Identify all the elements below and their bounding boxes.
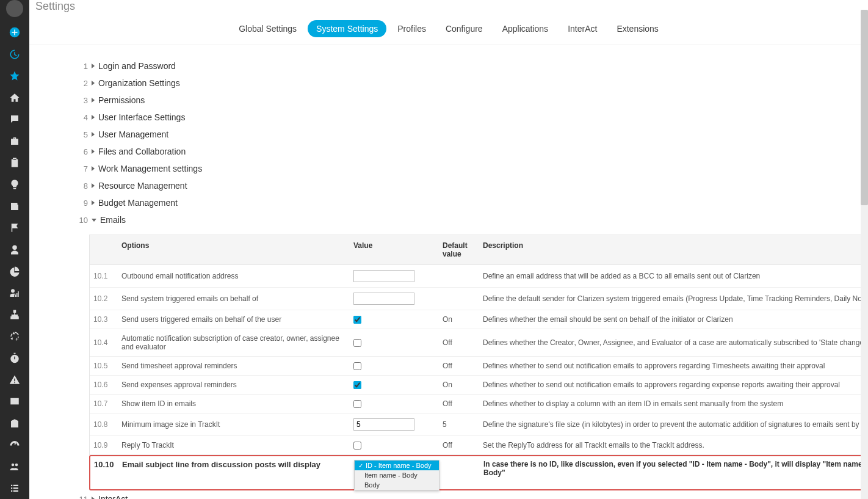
row-description: Defines whether to send out notification… bbox=[479, 376, 868, 394]
row-num: 10.8 bbox=[90, 413, 118, 435]
people-icon[interactable] bbox=[0, 456, 29, 478]
scrollbar[interactable] bbox=[861, 10, 868, 499]
avatar-icon[interactable] bbox=[6, 0, 23, 17]
dropdown-option[interactable]: Item name - Body bbox=[355, 470, 439, 480]
user-icon[interactable] bbox=[0, 239, 29, 261]
flag-icon[interactable] bbox=[0, 217, 29, 239]
news-icon[interactable] bbox=[0, 195, 29, 217]
tab-applications[interactable]: Applications bbox=[494, 20, 557, 37]
section-10[interactable]: 10Emails bbox=[72, 211, 862, 228]
section-11[interactable]: 11InterAct bbox=[72, 490, 862, 499]
th-options: Options bbox=[118, 235, 350, 264]
section-number: 6 bbox=[72, 147, 88, 156]
sections: 1Login and Password2Organization Setting… bbox=[72, 57, 862, 499]
value-checkbox[interactable] bbox=[353, 400, 361, 408]
setting-row-10.10: 10.10Email subject line from discussion … bbox=[89, 455, 868, 490]
chat-icon[interactable] bbox=[0, 109, 29, 131]
settings-tabs: Global SettingsSystem SettingsProfilesCo… bbox=[29, 13, 868, 45]
value-input[interactable] bbox=[353, 270, 414, 282]
section-label: Budget Management bbox=[98, 198, 178, 208]
row-option: Send system triggered emails on behalf o… bbox=[118, 288, 350, 310]
row-option: Automatic notification subscription of c… bbox=[118, 329, 350, 356]
tab-profiles[interactable]: Profiles bbox=[389, 20, 435, 37]
value-checkbox[interactable] bbox=[353, 339, 361, 347]
row-description: Define an email address that will be add… bbox=[479, 265, 868, 287]
scrollbar-thumb[interactable] bbox=[861, 10, 868, 205]
section-label: User Interface Settings bbox=[98, 112, 185, 122]
row-description: Defines whether to display a column with… bbox=[479, 395, 868, 413]
section-number: 11 bbox=[72, 495, 88, 500]
section-label: Permissions bbox=[98, 95, 145, 105]
setting-row-10.1: 10.1Outbound email notification addressD… bbox=[90, 265, 868, 288]
dropdown-option[interactable]: ID - Item name - Body bbox=[355, 461, 439, 470]
recycle-icon[interactable] bbox=[0, 326, 29, 348]
main: Settings Global SettingsSystem SettingsP… bbox=[29, 0, 868, 499]
section-4[interactable]: 4User Interface Settings bbox=[72, 109, 862, 126]
caret-icon bbox=[92, 132, 95, 137]
section-8[interactable]: 8Resource Management bbox=[72, 177, 862, 194]
section-number: 7 bbox=[72, 164, 88, 173]
section-label: Login and Password bbox=[98, 61, 176, 71]
section-9[interactable]: 9Budget Management bbox=[72, 194, 862, 211]
card-icon[interactable] bbox=[0, 390, 29, 412]
value-checkbox[interactable] bbox=[353, 442, 361, 450]
row-value bbox=[350, 376, 439, 394]
gauge-icon[interactable] bbox=[0, 434, 29, 456]
briefcase-icon[interactable] bbox=[0, 130, 29, 152]
tab-interact[interactable]: InterAct bbox=[559, 20, 606, 37]
row-num: 10.3 bbox=[90, 310, 118, 329]
section-label: Work Management settings bbox=[98, 164, 202, 173]
section-3[interactable]: 3Permissions bbox=[72, 92, 862, 109]
list-icon[interactable] bbox=[0, 477, 29, 499]
section-number: 5 bbox=[72, 130, 88, 139]
tab-extensions[interactable]: Extensions bbox=[608, 20, 667, 37]
value-input[interactable] bbox=[353, 293, 414, 305]
home-icon[interactable] bbox=[0, 87, 29, 109]
userchart-icon[interactable] bbox=[0, 282, 29, 304]
dropdown-option[interactable]: Body bbox=[355, 480, 439, 490]
section-5[interactable]: 5User Management bbox=[72, 126, 862, 143]
building-icon[interactable] bbox=[0, 412, 29, 434]
tab-system-settings[interactable]: System Settings bbox=[308, 20, 386, 37]
tab-global-settings[interactable]: Global Settings bbox=[230, 20, 305, 37]
row-num: 10.4 bbox=[90, 329, 118, 356]
content: 1Login and Password2Organization Setting… bbox=[29, 45, 868, 499]
alert-icon[interactable] bbox=[0, 369, 29, 391]
section-7[interactable]: 7Work Management settings bbox=[72, 160, 862, 177]
bulb-icon[interactable] bbox=[0, 173, 29, 195]
plus-icon[interactable] bbox=[0, 22, 29, 44]
row-description: Define the default sender for Clarizen s… bbox=[479, 288, 868, 310]
section-label: Organization Settings bbox=[98, 78, 180, 88]
section-label: User Management bbox=[98, 129, 168, 139]
pie-icon[interactable] bbox=[0, 260, 29, 282]
value-checkbox[interactable] bbox=[353, 316, 361, 324]
setting-row-10.4: 10.4Automatic notification subscription … bbox=[90, 329, 868, 357]
value-input[interactable] bbox=[353, 418, 414, 431]
org-icon[interactable] bbox=[0, 304, 29, 326]
value-checkbox[interactable] bbox=[353, 362, 361, 370]
left-nav bbox=[0, 0, 29, 499]
value-checkbox[interactable] bbox=[353, 381, 361, 389]
stopwatch-icon[interactable] bbox=[0, 347, 29, 369]
section-1[interactable]: 1Login and Password bbox=[72, 57, 862, 75]
section-number: 3 bbox=[72, 96, 88, 105]
recent-icon[interactable] bbox=[0, 43, 29, 65]
emails-table: OptionsValueDefault valueDescription10.1… bbox=[89, 235, 868, 455]
th-default: Default value bbox=[439, 235, 479, 264]
page-title: Settings bbox=[29, 0, 868, 13]
tab-configure[interactable]: Configure bbox=[437, 20, 491, 37]
star-icon[interactable] bbox=[0, 65, 29, 87]
row-num: 10.2 bbox=[90, 288, 118, 310]
caret-icon bbox=[92, 149, 95, 154]
row-value bbox=[350, 288, 439, 310]
section-6[interactable]: 6Files and Collaboration bbox=[72, 143, 862, 160]
row-option: Send timesheet approval reminders bbox=[118, 357, 350, 375]
row-value bbox=[350, 395, 439, 413]
section-2[interactable]: 2Organization Settings bbox=[72, 75, 862, 92]
row-option: Outbound email notification address bbox=[118, 265, 350, 287]
row-default: Off bbox=[439, 436, 479, 454]
section-number: 9 bbox=[72, 199, 88, 208]
row-option: Send users triggered emails on behalf of… bbox=[118, 310, 350, 329]
clipboard-icon[interactable] bbox=[0, 152, 29, 174]
row-default bbox=[439, 265, 479, 287]
